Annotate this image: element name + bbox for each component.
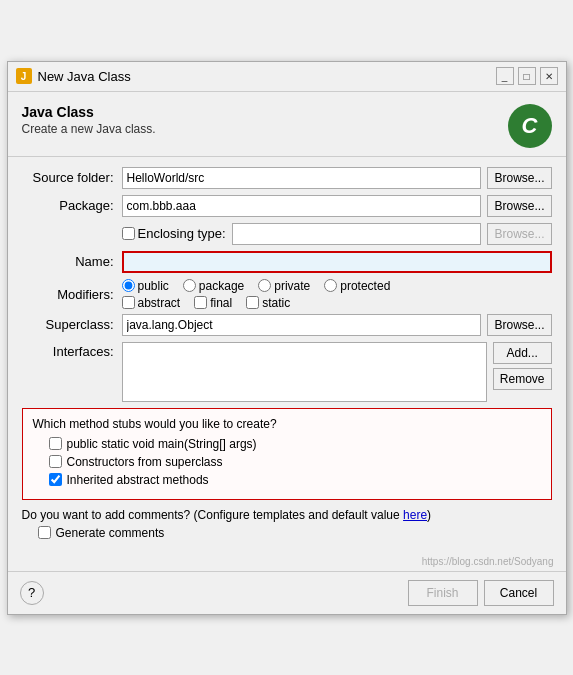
name-field: [122, 251, 552, 273]
stubs-title: Which method stubs would you like to cre…: [33, 417, 541, 431]
eclipse-logo: C: [508, 104, 552, 148]
source-folder-field: Browse...: [122, 167, 552, 189]
finish-button[interactable]: Finish: [408, 580, 478, 606]
stub-main-label: public static void main(String[] args): [67, 437, 257, 451]
modifier-abstract-checkbox[interactable]: [122, 296, 135, 309]
modifier-final-label: final: [210, 296, 232, 310]
name-input[interactable]: [122, 251, 552, 273]
dialog-footer: ? Finish Cancel: [8, 571, 566, 614]
modifiers-label: Modifiers:: [22, 287, 122, 302]
comments-question-end: ): [427, 508, 431, 522]
minimize-button[interactable]: _: [496, 67, 514, 85]
modifier-abstract[interactable]: abstract: [122, 296, 181, 310]
watermark: https://blog.csdn.net/Sodyang: [8, 556, 566, 571]
stub-constructors-checkbox[interactable]: [49, 455, 62, 468]
generate-comments-checkbox[interactable]: [38, 526, 51, 539]
stub-inherited-checkbox[interactable]: [49, 473, 62, 486]
package-browse-button[interactable]: Browse...: [487, 195, 551, 217]
footer-left: ?: [20, 581, 44, 605]
package-row: Package: Browse...: [22, 195, 552, 217]
modifier-public[interactable]: public: [122, 279, 169, 293]
enclosing-type-input[interactable]: [232, 223, 482, 245]
header-subtitle: Create a new Java class.: [22, 122, 156, 136]
dialog-header: Java Class Create a new Java class. C: [8, 92, 566, 157]
comments-question-text: Do you want to add comments? (Configure …: [22, 508, 404, 522]
superclass-browse-button[interactable]: Browse...: [487, 314, 551, 336]
java-class-icon: J: [16, 68, 32, 84]
modifier-package-label: package: [199, 279, 244, 293]
modifier-protected[interactable]: protected: [324, 279, 390, 293]
generate-comments-row[interactable]: Generate comments: [22, 526, 552, 540]
generate-comments-label: Generate comments: [56, 526, 165, 540]
modifier-public-radio[interactable]: [122, 279, 135, 292]
package-field: Browse...: [122, 195, 552, 217]
cancel-button[interactable]: Cancel: [484, 580, 554, 606]
name-row: Name:: [22, 251, 552, 273]
modifier-package[interactable]: package: [183, 279, 244, 293]
modifier-static-checkbox[interactable]: [246, 296, 259, 309]
enclosing-type-checkbox-group: Enclosing type:: [122, 226, 226, 241]
interfaces-remove-button[interactable]: Remove: [493, 368, 552, 390]
interfaces-row: Interfaces: Add... Remove: [22, 342, 552, 402]
interfaces-list: [122, 342, 487, 402]
modifier-final-checkbox[interactable]: [194, 296, 207, 309]
maximize-button[interactable]: □: [518, 67, 536, 85]
modifier-protected-label: protected: [340, 279, 390, 293]
comments-section: Do you want to add comments? (Configure …: [22, 508, 552, 540]
interfaces-add-button[interactable]: Add...: [493, 342, 552, 364]
modifier-static[interactable]: static: [246, 296, 290, 310]
help-button[interactable]: ?: [20, 581, 44, 605]
source-folder-label: Source folder:: [22, 170, 122, 185]
enclosing-type-row: Enclosing type: Browse...: [22, 223, 552, 245]
stub-constructors-label: Constructors from superclass: [67, 455, 223, 469]
dialog-title: New Java Class: [38, 69, 131, 84]
stub-inherited[interactable]: Inherited abstract methods: [33, 473, 541, 487]
modifier-package-radio[interactable]: [183, 279, 196, 292]
title-bar-controls: _ □ ✕: [496, 67, 558, 85]
modifiers-radio-group: public package private protected: [122, 279, 391, 293]
comments-question: Do you want to add comments? (Configure …: [22, 508, 552, 522]
modifier-private-radio[interactable]: [258, 279, 271, 292]
modifier-private[interactable]: private: [258, 279, 310, 293]
new-java-class-dialog: J New Java Class _ □ ✕ Java Class Create…: [7, 61, 567, 615]
superclass-field: Browse...: [122, 314, 552, 336]
modifier-final[interactable]: final: [194, 296, 232, 310]
name-label: Name:: [22, 254, 122, 269]
footer-right: Finish Cancel: [408, 580, 554, 606]
close-button[interactable]: ✕: [540, 67, 558, 85]
enclosing-type-browse-button[interactable]: Browse...: [487, 223, 551, 245]
interfaces-buttons: Add... Remove: [493, 342, 552, 390]
source-folder-browse-button[interactable]: Browse...: [487, 167, 551, 189]
enclosing-type-check-label: Enclosing type:: [138, 226, 226, 241]
enclosing-type-field: Enclosing type: Browse...: [122, 223, 552, 245]
stubs-section: Which method stubs would you like to cre…: [22, 408, 552, 500]
interfaces-label: Interfaces:: [22, 342, 122, 359]
stub-constructors[interactable]: Constructors from superclass: [33, 455, 541, 469]
superclass-row: Superclass: Browse...: [22, 314, 552, 336]
source-folder-input[interactable]: [122, 167, 482, 189]
modifiers-row: Modifiers: public package private: [22, 279, 552, 310]
modifier-protected-radio[interactable]: [324, 279, 337, 292]
enclosing-type-checkbox[interactable]: [122, 227, 135, 240]
modifier-private-label: private: [274, 279, 310, 293]
modifiers-check-group: abstract final static: [122, 296, 391, 310]
source-folder-row: Source folder: Browse...: [22, 167, 552, 189]
header-title: Java Class: [22, 104, 156, 120]
header-text: Java Class Create a new Java class.: [22, 104, 156, 136]
modifiers-options: public package private protected: [122, 279, 391, 310]
modifier-static-label: static: [262, 296, 290, 310]
stub-main[interactable]: public static void main(String[] args): [33, 437, 541, 451]
stub-main-checkbox[interactable]: [49, 437, 62, 450]
package-label: Package:: [22, 198, 122, 213]
title-bar: J New Java Class _ □ ✕: [8, 62, 566, 92]
superclass-label: Superclass:: [22, 317, 122, 332]
stub-inherited-label: Inherited abstract methods: [67, 473, 209, 487]
comments-here-link[interactable]: here: [403, 508, 427, 522]
modifier-public-label: public: [138, 279, 169, 293]
package-input[interactable]: [122, 195, 482, 217]
title-bar-left: J New Java Class: [16, 68, 131, 84]
modifier-abstract-label: abstract: [138, 296, 181, 310]
superclass-input[interactable]: [122, 314, 482, 336]
dialog-body: Source folder: Browse... Package: Browse…: [8, 157, 566, 556]
